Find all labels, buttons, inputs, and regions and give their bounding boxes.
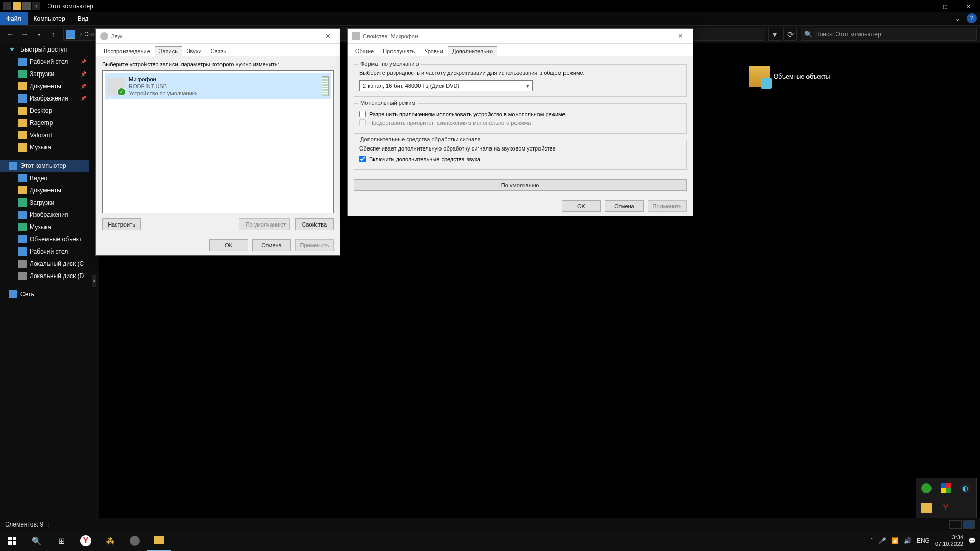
disk-icon [18,260,27,268]
sidebar-item-desktop3[interactable]: Рабочий стол [0,245,89,258]
sidebar-this-pc[interactable]: Этот компьютер [0,160,89,172]
tab-advanced[interactable]: Дополнительно [448,46,497,56]
sidebar-item-downloads2[interactable]: Загрузки [0,196,89,209]
taskbar-app-generic[interactable] [122,531,147,551]
sidebar-item-valorant[interactable]: Valorant [0,129,89,141]
maximize-button[interactable]: ▢ [933,0,957,12]
cancel-button[interactable]: Отмена [605,200,644,212]
3d-objects-icon [749,66,770,87]
help-button[interactable]: ? [967,13,977,23]
sidebar-item-3dobjects[interactable]: Объемные объект [0,233,89,245]
tab-general[interactable]: Общие [351,46,378,56]
tab-communications[interactable]: Связь [206,46,231,56]
chk-enable-enhancements[interactable]: Включить дополнительные средства звука [359,156,681,162]
search-input[interactable]: 🔍 Поиск: Этот компьютер [801,28,977,41]
sidebar-item-pictures2[interactable]: Изображения [0,209,89,221]
start-button[interactable] [0,531,24,551]
address-dropdown[interactable]: ▾ [768,28,781,41]
sidebar-network[interactable]: Сеть [0,288,89,300]
network-icon[interactable]: 📶 [891,537,899,544]
qat-icon-1[interactable] [3,2,11,10]
checkbox[interactable] [359,156,366,162]
ok-button[interactable]: OK [209,239,248,251]
microphone-icon [352,32,360,40]
sidebar-item-downloads1[interactable]: Загрузки📌 [0,68,89,80]
qat-dropdown[interactable]: ▾ [32,2,40,10]
props-dialog-titlebar[interactable]: Свойства: Микрофон ✕ [348,29,693,44]
sidebar-item-disk-d[interactable]: Локальный диск (D [0,270,89,282]
props-dialog-close[interactable]: ✕ [672,31,689,42]
volume-icon[interactable]: 🔊 [904,537,912,544]
language-indicator[interactable]: ENG [917,537,930,544]
clock[interactable]: 3:34 07.10.2022 [935,534,963,547]
tab-playback[interactable]: Воспроизведение [99,46,155,56]
mic-properties-dialog: Свойства: Микрофон ✕ Общие Прослушать Ур… [347,28,693,216]
sidebar-item-videos[interactable]: Видео [0,172,89,184]
apply-button[interactable]: Применить [295,239,334,251]
sidebar-label: Рабочий стол [30,248,68,255]
minimize-button[interactable]: — [910,0,933,12]
apply-button[interactable]: Применить [648,200,687,212]
tab-recording[interactable]: Запись [155,46,182,56]
qat-icon-3[interactable] [22,2,31,10]
ribbon-tab-computer[interactable]: Компьютер [28,12,71,25]
sidebar-item-disk-c[interactable]: Локальный диск (C [0,258,89,270]
ribbon-tab-file[interactable]: Файл [0,12,28,25]
refresh-button[interactable]: ⟳ [783,28,797,41]
ribbon-tab-view[interactable]: Вид [71,12,95,25]
taskbar-app-ragemp[interactable]: ⁂ [98,531,122,551]
search-button[interactable]: 🔍 [24,531,49,551]
combo-value: 2 канал, 16 бит, 48000 Гц (Диск DVD) [363,83,459,89]
sound-dialog-close[interactable]: ✕ [320,31,336,42]
sidebar-item-desktop1[interactable]: Рабочий стол📌 [0,56,89,68]
sidebar-item-ragemp[interactable]: Ragemp [0,117,89,129]
nav-up[interactable]: ↑ [46,27,60,41]
nav-recent[interactable]: ▾ [32,27,46,41]
restore-defaults-button[interactable]: По умолчанию [354,179,687,191]
cancel-button[interactable]: Отмена [252,239,291,251]
sidebar-item-documents2[interactable]: Документы [0,184,89,196]
tray-icon-steam[interactable]: ◐ [960,483,970,493]
configure-button[interactable]: Настроить [102,218,141,230]
qat-icons: ▾ [0,2,43,10]
nav-forward[interactable]: → [17,27,32,41]
chk-allow-exclusive[interactable]: Разрешить приложениям использовать устро… [359,111,681,117]
tray-icon-nvidia[interactable] [921,483,932,493]
videos-icon [18,174,27,182]
sound-dialog-titlebar[interactable]: Звук ✕ [96,29,340,44]
tray-icon-security[interactable] [941,483,951,493]
tray-icon-yandex[interactable]: Y [941,503,951,513]
tray-icon-ragemp[interactable] [921,503,932,513]
sidebar-item-desktop2[interactable]: Desktop [0,105,89,117]
sidebar-quick-access[interactable]: ★ Быстрый доступ [0,43,89,56]
sidebar-item-music2[interactable]: Музыка [0,221,89,233]
taskbar-app-yandex[interactable]: Y [74,531,98,551]
folder-3d-objects[interactable]: Объемные объекты [749,66,830,87]
folder-icon [18,119,27,127]
view-large-button[interactable] [963,520,975,529]
tab-sounds[interactable]: Звуки [182,46,206,56]
taskbar-app-explorer[interactable] [147,531,172,551]
device-row-microphone[interactable]: ✓ Микрофон RODE NT-USB Устройство по умо… [105,73,331,99]
task-view-button[interactable]: ⊞ [49,531,74,551]
tray-expand-icon[interactable]: ˄ [870,537,873,544]
tab-levels[interactable]: Уровни [420,46,448,56]
properties-button[interactable]: Свойства [295,218,334,230]
tab-listen[interactable]: Прослушать [378,46,420,56]
notifications-icon[interactable]: 💬 [968,537,976,544]
sidebar-item-pictures1[interactable]: Изображения📌 [0,92,89,105]
checkbox[interactable] [359,111,366,117]
sidebar-item-documents1[interactable]: Документы📌 [0,80,89,92]
format-combo[interactable]: 2 канал, 16 бит, 48000 Гц (Диск DVD) [359,80,533,91]
ok-button[interactable]: OK [562,200,601,212]
ribbon-expand[interactable]: ⌄ [951,12,964,25]
close-button[interactable]: ✕ [957,0,980,12]
qat-icon-2[interactable] [13,2,21,10]
device-list[interactable]: ✓ Микрофон RODE NT-USB Устройство по умо… [102,70,334,213]
sidebar-item-music1[interactable]: Музыка [0,141,89,154]
view-details-button[interactable] [949,520,962,529]
mic-mute-icon[interactable]: 🎤 [878,537,886,544]
set-default-button[interactable]: По умолчанию [239,218,290,230]
device-sub2: Устройство по умолчанию [129,90,197,97]
nav-back[interactable]: ← [3,27,17,41]
